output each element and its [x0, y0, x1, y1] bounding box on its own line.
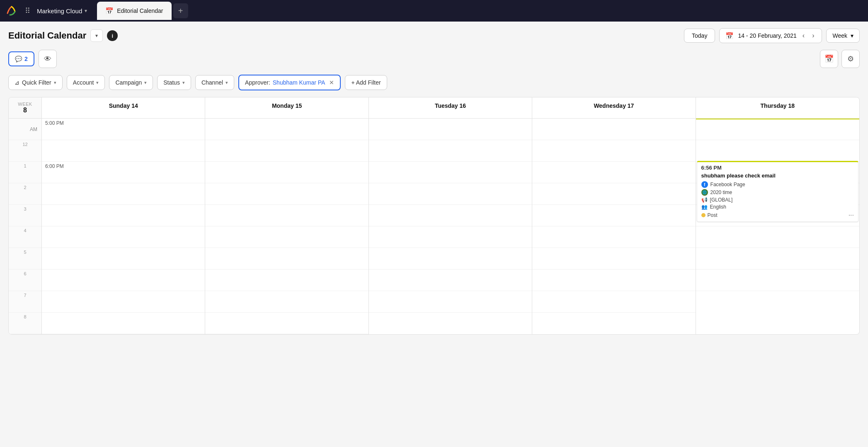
- info-icon[interactable]: i: [107, 30, 118, 41]
- tuesday-slot-2[interactable]: [369, 140, 532, 162]
- monday-slot-6[interactable]: [205, 248, 368, 270]
- wednesday-slot-1[interactable]: [532, 119, 695, 140]
- next-week-button[interactable]: ›: [810, 31, 816, 40]
- event-language-row: 👥 English: [701, 204, 854, 210]
- event-language-label: English: [710, 204, 726, 210]
- monday-slot-am[interactable]: [205, 119, 368, 140]
- sunday-slot-7[interactable]: [42, 291, 205, 313]
- tuesday-column: [369, 119, 532, 334]
- monday-slot-1[interactable]: [205, 140, 368, 162]
- wednesday-slot-5[interactable]: [532, 205, 695, 226]
- event-facebook-row: f Facebook Page: [701, 181, 854, 188]
- calendar-tab-icon: 📅: [105, 7, 114, 15]
- tuesday-slot-9[interactable]: [369, 291, 532, 313]
- tab-area: 📅 Editorial Calendar +: [97, 2, 188, 20]
- tuesday-slot-5[interactable]: [369, 205, 532, 226]
- week-select-chevron: ▾: [851, 32, 853, 39]
- wednesday-slot-3[interactable]: [532, 162, 695, 183]
- day-header-wednesday: Wednesday 17: [532, 97, 696, 118]
- sunday-slot-6[interactable]: [42, 270, 205, 291]
- calendar-event[interactable]: 6:56 PM shubham please check email f Fac…: [697, 161, 858, 222]
- campaign-filter-button[interactable]: Campaign ▾: [109, 75, 153, 90]
- add-tab-button[interactable]: +: [173, 3, 188, 18]
- wednesday-column: [532, 119, 696, 334]
- grid-icon[interactable]: ⠿: [22, 5, 34, 17]
- filter-settings-button[interactable]: ⚙: [841, 50, 860, 68]
- time-8: 8: [9, 313, 41, 334]
- calendar-container: WEEK 8 Sunday 14 Monday 15 Tuesday 16 We…: [8, 97, 860, 335]
- wednesday-slot-6[interactable]: [532, 226, 695, 248]
- tuesday-slot-1[interactable]: [369, 119, 532, 140]
- monday-slot-5[interactable]: [205, 226, 368, 248]
- tuesday-slot-8[interactable]: [369, 270, 532, 291]
- thursday-slot-1[interactable]: [696, 119, 859, 140]
- sunday-slot-1[interactable]: [42, 140, 205, 162]
- time-4: 4: [9, 226, 41, 248]
- messages-icon: 💬: [15, 56, 22, 62]
- thursday-slot-7[interactable]: [696, 248, 859, 270]
- today-button[interactable]: Today: [684, 29, 715, 43]
- monday-slot-7[interactable]: [205, 270, 368, 291]
- wednesday-slot-2[interactable]: [532, 140, 695, 162]
- page-title: Editorial Calendar: [8, 30, 86, 41]
- event-campaign-label: [GLOBAL]: [710, 197, 733, 203]
- calendar-header: WEEK 8 Sunday 14 Monday 15 Tuesday 16 We…: [9, 97, 859, 119]
- prev-week-button[interactable]: ‹: [801, 31, 806, 40]
- sunday-6pm: 6:00 PM: [42, 162, 205, 183]
- thursday-slot-8[interactable]: [696, 270, 859, 291]
- calendar-body: AM 12 1 2 3 4 5 6 7 8 9 10 5:00 PM: [9, 119, 859, 334]
- event-footer: Post ···: [701, 211, 854, 219]
- tuesday-slot-7[interactable]: [369, 248, 532, 270]
- event-more-button[interactable]: ···: [849, 211, 854, 219]
- add-filter-button[interactable]: + Add Filter: [345, 75, 387, 90]
- week-text: WEEK: [18, 102, 32, 107]
- thursday-slot-2[interactable]: [696, 140, 859, 162]
- approver-filter-button[interactable]: Approver: Shubham Kumar PA ✕: [238, 75, 341, 90]
- approver-filter-clear[interactable]: ✕: [329, 79, 334, 86]
- tuesday-slot-6[interactable]: [369, 226, 532, 248]
- status-chevron: ▾: [182, 80, 185, 85]
- account-chevron: ▾: [96, 80, 99, 85]
- event-facebook-label: Facebook Page: [710, 182, 745, 187]
- wednesday-slot-9[interactable]: [532, 291, 695, 313]
- sunday-slot-5[interactable]: [42, 248, 205, 270]
- messages-button[interactable]: 💬 2: [8, 51, 34, 66]
- time-5: 5: [9, 248, 41, 270]
- eye-button[interactable]: 👁: [39, 50, 57, 68]
- sunday-slot-2[interactable]: [42, 183, 205, 205]
- day-header-tuesday: Tuesday 16: [369, 97, 532, 118]
- monday-slot-2[interactable]: [205, 162, 368, 183]
- monday-slot-8[interactable]: [205, 291, 368, 313]
- wednesday-slot-4[interactable]: [532, 183, 695, 205]
- tab-editorial-calendar[interactable]: 📅 Editorial Calendar: [97, 2, 171, 20]
- sunday-slot-8[interactable]: [42, 313, 205, 334]
- globe-icon: 🌐: [701, 189, 708, 196]
- app-name[interactable]: Marketing Cloud ▾: [37, 7, 87, 15]
- quick-filter-button[interactable]: ⊿ Quick Filter ▾: [8, 75, 63, 90]
- monday-slot-3[interactable]: [205, 183, 368, 205]
- monday-slot-4[interactable]: [205, 205, 368, 226]
- day-header-thursday: Thursday 18: [696, 97, 859, 118]
- tuesday-slot-3[interactable]: [369, 162, 532, 183]
- monday-slot-9[interactable]: [205, 313, 368, 334]
- header-row: Editorial Calendar ▾ i Today 📅 14 - 20 F…: [8, 28, 860, 43]
- eye-icon: 👁: [44, 55, 51, 63]
- header-right: Today 📅 14 - 20 February, 2021 ‹ › Week …: [684, 28, 860, 43]
- filter-sliders-icon: ⚙: [847, 54, 854, 63]
- thursday-slot-6[interactable]: [696, 226, 859, 248]
- time-7: 7: [9, 291, 41, 313]
- wednesday-slot-7[interactable]: [532, 248, 695, 270]
- calendar-view-button[interactable]: 📅: [820, 50, 838, 68]
- week-view-select[interactable]: Week ▾: [826, 29, 860, 43]
- filter-row: ⊿ Quick Filter ▾ Account ▾ Campaign ▾ St…: [8, 75, 860, 90]
- title-dropdown-button[interactable]: ▾: [90, 29, 103, 42]
- tuesday-slot-4[interactable]: [369, 183, 532, 205]
- sunday-slot-3[interactable]: [42, 205, 205, 226]
- account-filter-button[interactable]: Account ▾: [67, 75, 105, 90]
- channel-filter-button[interactable]: Channel ▾: [195, 75, 234, 90]
- event-time: 6:56 PM: [701, 165, 854, 171]
- status-filter-button[interactable]: Status ▾: [157, 75, 191, 90]
- sunday-slot-4[interactable]: [42, 226, 205, 248]
- wednesday-slot-8[interactable]: [532, 270, 695, 291]
- toolbar-right: 📅 ⚙: [820, 50, 860, 68]
